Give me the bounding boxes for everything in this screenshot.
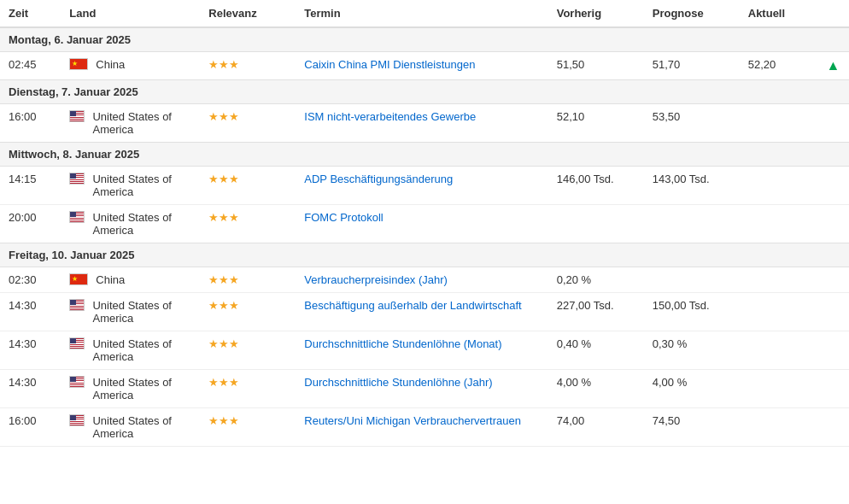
termin-link[interactable]: Durchschnittliche Stundenlöhne (Monat) [304, 337, 501, 350]
cell-vorherig: 227,00 Tsd. [548, 293, 644, 331]
section-header-label: Montag, 6. Januar 2025 [0, 27, 849, 52]
relevanz-stars: ★★★ [208, 414, 239, 427]
table-row: 14:30United States of America★★★Beschäft… [0, 293, 849, 331]
cell-zeit: 14:30 [0, 331, 61, 370]
section-header-row: Dienstag, 7. Januar 2025 [0, 80, 849, 104]
section-header-label: Mittwoch, 8. Januar 2025 [0, 143, 849, 167]
termin-link[interactable]: Verbraucherpreisindex (Jahr) [304, 273, 448, 286]
header-termin: Termin [296, 0, 547, 27]
relevanz-stars: ★★★ [208, 58, 239, 71]
header-trend [817, 0, 849, 27]
cell-termin[interactable]: FOMC Protokoll [296, 205, 547, 243]
cell-zeit: 20:00 [0, 205, 61, 243]
cell-termin[interactable]: ADP Beschäftigungsänderung [296, 167, 547, 205]
table-row: 16:00United States of America★★★Reuters/… [0, 408, 849, 447]
cell-zeit: 02:30 [0, 267, 61, 293]
cell-termin[interactable]: Durchschnittliche Stundenlöhne (Jahr) [296, 370, 547, 408]
usa-flag-icon [69, 110, 85, 122]
cell-prognose [644, 205, 740, 243]
cell-vorherig [548, 205, 644, 243]
table-row: 02:30China★★★Verbraucherpreisindex (Jahr… [0, 267, 849, 293]
usa-flag-icon [69, 211, 85, 223]
usa-flag-icon [69, 376, 85, 388]
cell-aktuell [740, 408, 818, 447]
cell-prognose: 51,70 [644, 52, 740, 80]
cell-termin[interactable]: Caixin China PMI Dienstleistungen [296, 52, 547, 80]
section-header-label: Freitag, 10. Januar 2025 [0, 243, 849, 267]
termin-link[interactable]: ADP Beschäftigungsänderung [304, 173, 453, 185]
cell-trend [817, 267, 849, 293]
cell-trend [817, 293, 849, 331]
cell-relevanz: ★★★ [200, 370, 296, 408]
cell-aktuell [740, 370, 818, 408]
relevanz-stars: ★★★ [208, 110, 239, 123]
country-name-label: China [96, 273, 125, 286]
cell-prognose: 4,00 % [644, 370, 740, 408]
cell-aktuell [740, 293, 818, 331]
cell-relevanz: ★★★ [200, 293, 296, 331]
termin-link[interactable]: FOMC Protokoll [304, 211, 383, 224]
cell-trend [817, 331, 849, 370]
cell-trend: ▲ [817, 52, 849, 80]
cell-land: United States of America [61, 408, 200, 447]
cell-aktuell [740, 331, 818, 370]
cell-vorherig: 74,00 [548, 408, 644, 447]
cell-zeit: 14:30 [0, 293, 61, 331]
relevanz-stars: ★★★ [208, 273, 239, 286]
termin-link[interactable]: ISM nicht-verarbeitendes Gewerbe [304, 110, 476, 123]
cell-prognose: 143,00 Tsd. [644, 167, 740, 205]
termin-link[interactable]: Durchschnittliche Stundenlöhne (Jahr) [304, 376, 492, 389]
cell-zeit: 14:30 [0, 370, 61, 408]
cell-termin[interactable]: Durchschnittliche Stundenlöhne (Monat) [296, 331, 547, 370]
cell-relevanz: ★★★ [200, 167, 296, 205]
country-name-label: United States of America [92, 211, 191, 237]
cell-prognose: 0,30 % [644, 331, 740, 370]
termin-link[interactable]: Reuters/Uni Michigan Verbrauchervertraue… [304, 414, 521, 427]
cell-aktuell [740, 267, 818, 293]
table-row: 14:30United States of America★★★Durchsch… [0, 331, 849, 370]
china-flag-icon [69, 273, 88, 285]
cell-aktuell [740, 205, 818, 243]
table-row: 02:45China★★★Caixin China PMI Dienstleis… [0, 52, 849, 80]
relevanz-stars: ★★★ [208, 173, 239, 185]
cell-trend [817, 408, 849, 447]
cell-land: United States of America [61, 104, 200, 143]
cell-termin[interactable]: Reuters/Uni Michigan Verbrauchervertraue… [296, 408, 547, 447]
economic-calendar-table: Zeit Land Relevanz Termin Vorherig Progn… [0, 0, 849, 447]
cell-trend [817, 104, 849, 143]
header-land: Land [61, 0, 200, 27]
section-header-row: Mittwoch, 8. Januar 2025 [0, 143, 849, 167]
table-row: 20:00United States of America★★★FOMC Pro… [0, 205, 849, 243]
table-row: 14:15United States of America★★★ADP Besc… [0, 167, 849, 205]
relevanz-stars: ★★★ [208, 337, 239, 350]
table-row: 16:00United States of America★★★ISM nich… [0, 104, 849, 143]
country-name-label: United States of America [92, 337, 191, 363]
termin-link[interactable]: Caixin China PMI Dienstleistungen [304, 58, 475, 71]
cell-termin[interactable]: ISM nicht-verarbeitendes Gewerbe [296, 104, 547, 143]
country-name-label: United States of America [92, 173, 191, 198]
cell-land: United States of America [61, 205, 200, 243]
header-vorherig: Vorherig [548, 0, 644, 27]
cell-land: United States of America [61, 293, 200, 331]
cell-relevanz: ★★★ [200, 104, 296, 143]
cell-termin[interactable]: Verbraucherpreisindex (Jahr) [296, 267, 547, 293]
cell-aktuell [740, 104, 818, 143]
termin-link[interactable]: Beschäftigung außerhalb der Landwirtscha… [304, 299, 521, 312]
china-flag-icon [69, 58, 88, 70]
relevanz-stars: ★★★ [208, 376, 239, 389]
table-header-row: Zeit Land Relevanz Termin Vorherig Progn… [0, 0, 849, 27]
usa-flag-icon [69, 299, 85, 311]
cell-land: China [61, 267, 200, 293]
cell-relevanz: ★★★ [200, 52, 296, 80]
cell-relevanz: ★★★ [200, 205, 296, 243]
cell-vorherig: 51,50 [548, 52, 644, 80]
cell-vorherig: 0,40 % [548, 331, 644, 370]
cell-zeit: 16:00 [0, 408, 61, 447]
usa-flag-icon [69, 173, 85, 185]
cell-relevanz: ★★★ [200, 331, 296, 370]
cell-trend [817, 205, 849, 243]
cell-vorherig: 52,10 [548, 104, 644, 143]
cell-termin[interactable]: Beschäftigung außerhalb der Landwirtscha… [296, 293, 547, 331]
header-prognose: Prognose [644, 0, 740, 27]
cell-aktuell: 52,20 [740, 52, 818, 80]
